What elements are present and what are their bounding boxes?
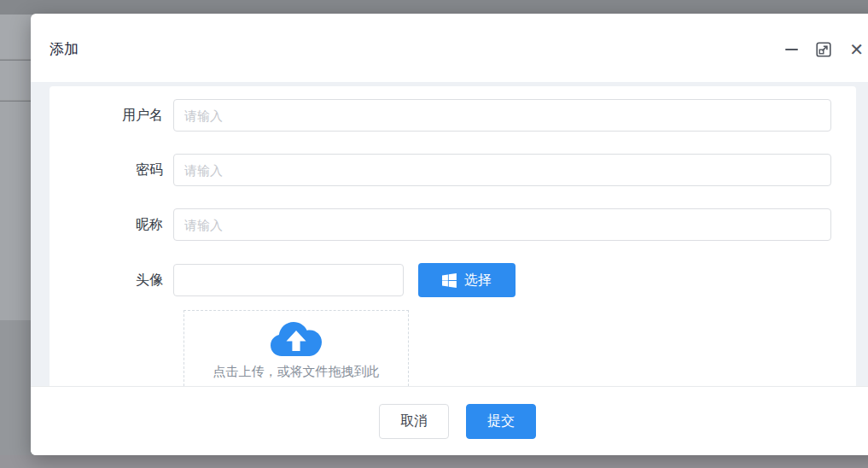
form-card: 用户名 密码 昵称 头像 — [50, 86, 856, 386]
upload-hint-text: 点击上传，或将文件拖拽到此 — [213, 364, 380, 379]
minimize-icon — [785, 49, 798, 50]
add-dialog: 添加 ✕ — [31, 14, 868, 455]
select-file-button-label: 选择 — [464, 272, 492, 290]
avatar-input[interactable] — [173, 264, 404, 296]
password-label: 密码 — [50, 161, 173, 179]
avatar-label: 头像 — [50, 272, 173, 290]
screen: 添加 ✕ — [0, 0, 868, 468]
close-button[interactable]: ✕ — [849, 42, 864, 57]
upload-row: 点击上传，或将文件拖拽到此 — [50, 310, 856, 386]
upload-dropzone[interactable]: 点击上传，或将文件拖拽到此 — [184, 310, 409, 386]
form-row-password: 密码 — [50, 154, 856, 186]
form-row-avatar: 头像 选择 — [50, 263, 856, 297]
cloud-upload-icon — [271, 316, 322, 359]
form-row-nickname: 昵称 — [50, 208, 856, 241]
dialog-title: 添加 — [50, 41, 79, 58]
maximize-button[interactable] — [816, 42, 831, 57]
cancel-button[interactable]: 取消 — [379, 404, 449, 439]
windows-logo-icon — [442, 273, 457, 288]
expand-icon — [816, 42, 831, 57]
window-controls: ✕ — [785, 41, 864, 58]
minimize-button[interactable] — [785, 49, 798, 50]
form-row-username: 用户名 — [50, 99, 856, 132]
close-icon: ✕ — [849, 42, 864, 57]
dialog-header: 添加 ✕ — [31, 14, 868, 82]
password-input[interactable] — [173, 154, 831, 186]
dialog-body: 用户名 密码 昵称 头像 — [31, 82, 868, 386]
select-file-button[interactable]: 选择 — [418, 263, 516, 297]
nickname-label: 昵称 — [50, 216, 173, 234]
background-header-band — [0, 0, 868, 15]
nickname-input[interactable] — [173, 208, 831, 241]
background-band — [0, 455, 868, 468]
submit-button[interactable]: 提交 — [466, 404, 536, 439]
dialog-footer: 取消 提交 — [31, 386, 868, 455]
username-label: 用户名 — [50, 107, 173, 125]
username-input[interactable] — [173, 99, 831, 132]
